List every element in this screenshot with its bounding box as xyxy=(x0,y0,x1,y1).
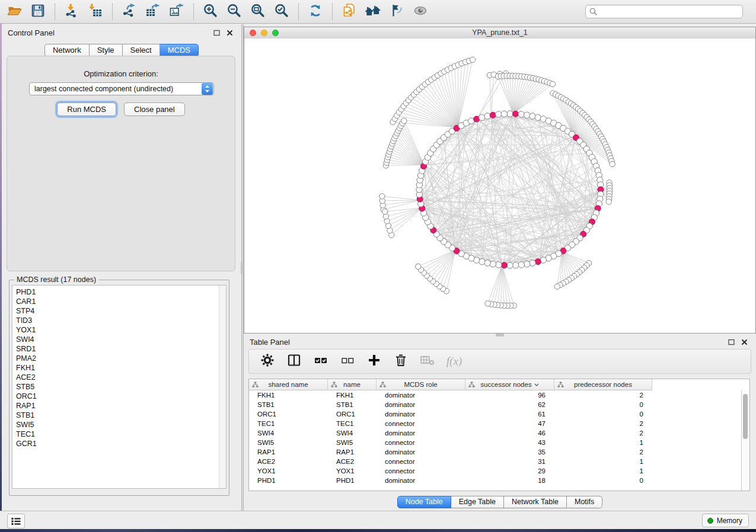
search-input[interactable] xyxy=(597,8,742,16)
tab-node-table[interactable]: Node Table xyxy=(397,496,451,508)
tab-network[interactable]: Network xyxy=(44,44,90,57)
search-field[interactable] xyxy=(585,5,743,18)
mcds-result-list[interactable]: PHD1CAR1STP4TID3YOX1SWI4SRD1PMA2FKH1ACE2… xyxy=(12,285,227,489)
graph-leaf-node[interactable] xyxy=(610,161,615,166)
mcds-result-item[interactable]: STB1 xyxy=(16,411,226,420)
import-table-button[interactable] xyxy=(85,2,106,21)
table-row[interactable]: STB1STB1dominator620 xyxy=(249,400,749,409)
graph-hub-node[interactable] xyxy=(535,259,541,265)
mcds-result-item[interactable]: TEC1 xyxy=(16,430,226,439)
graph-hub-node[interactable] xyxy=(490,112,496,118)
table-settings-button[interactable] xyxy=(260,354,275,369)
table-scrollbar-thumb[interactable] xyxy=(743,394,748,439)
float-panel-icon[interactable] xyxy=(213,29,220,36)
mcds-result-item[interactable]: CAR1 xyxy=(16,297,226,306)
graph-leaf-node[interactable] xyxy=(470,57,475,62)
horizontal-splitter-handle[interactable] xyxy=(496,334,504,336)
table-row[interactable]: YOX1YOX1connector291 xyxy=(249,466,749,476)
graph-ring-node[interactable] xyxy=(490,261,496,267)
zoom-window-light[interactable] xyxy=(272,30,279,36)
graph-leaf-node[interactable] xyxy=(379,194,385,199)
graph-ring-node[interactable] xyxy=(524,112,529,118)
float-table-panel-icon[interactable] xyxy=(728,338,735,345)
mcds-result-item[interactable]: GCR1 xyxy=(16,439,226,448)
mcds-list-scrollbar[interactable] xyxy=(219,286,226,488)
graph-leaf-node[interactable] xyxy=(416,264,421,269)
export-table-button[interactable] xyxy=(142,2,164,21)
criterion-select[interactable]: largest connected component (undirected) xyxy=(29,82,214,95)
column-header-successor-nodes[interactable]: successor nodes xyxy=(465,379,554,390)
tab-motifs[interactable]: Motifs xyxy=(567,496,602,508)
graph-hub-node[interactable] xyxy=(501,262,507,268)
table-row[interactable]: ORC1ORC1dominator610 xyxy=(249,409,749,419)
network-graph[interactable] xyxy=(244,39,755,333)
graph-ring-node[interactable] xyxy=(507,111,513,117)
graph-hub-node[interactable] xyxy=(513,111,519,117)
graph-leaf-node[interactable] xyxy=(485,301,490,306)
select-all-rows-button[interactable] xyxy=(313,354,328,369)
mcds-result-item[interactable]: STB5 xyxy=(16,382,226,392)
mcds-result-item[interactable]: SRD1 xyxy=(16,344,226,354)
graph-ring-node[interactable] xyxy=(507,262,513,268)
table-scrollbar[interactable] xyxy=(741,390,749,491)
export-image-button[interactable] xyxy=(166,2,187,21)
open-file-button[interactable] xyxy=(4,2,25,21)
close-window-light[interactable] xyxy=(250,30,256,36)
table-row[interactable]: TEC1TEC1connector472 xyxy=(249,419,749,428)
add-row-button[interactable] xyxy=(366,354,382,369)
mcds-result-item[interactable]: SWI4 xyxy=(16,335,226,344)
graph-leaf-node[interactable] xyxy=(554,284,560,289)
zoom-out-button[interactable] xyxy=(224,2,245,21)
graph-ring-node[interactable] xyxy=(512,262,518,268)
graph-ring-node[interactable] xyxy=(529,260,535,266)
delete-row-button[interactable] xyxy=(393,354,409,369)
zoom-selected-button[interactable] xyxy=(271,2,292,21)
node-table[interactable]: shared namenameMCDS rolesuccessor nodesp… xyxy=(248,379,750,491)
tab-select[interactable]: Select xyxy=(123,44,160,57)
mcds-result-item[interactable]: ACE2 xyxy=(16,373,226,382)
mcds-result-item[interactable]: PHD1 xyxy=(16,287,226,297)
tab-style[interactable]: Style xyxy=(90,44,123,57)
graph-leaf-node[interactable] xyxy=(606,199,611,204)
mcds-result-item[interactable]: TID3 xyxy=(16,316,226,325)
zoom-fit-button[interactable] xyxy=(247,2,269,21)
memory-button[interactable]: Memory xyxy=(702,514,749,527)
close-panel-button[interactable]: Close panel xyxy=(124,102,185,116)
mcds-result-item[interactable]: SWI5 xyxy=(16,420,226,430)
close-table-panel-icon[interactable] xyxy=(741,338,748,345)
graph-ring-node[interactable] xyxy=(529,113,535,119)
hide-graphics-details-button[interactable] xyxy=(386,2,407,21)
table-row[interactable]: RAP1RAP1dominator352 xyxy=(249,447,749,457)
import-network-button[interactable] xyxy=(61,2,82,21)
graph-ring-node[interactable] xyxy=(496,262,502,268)
tab-mcds[interactable]: MCDS xyxy=(160,44,199,57)
graph-leaf-node[interactable] xyxy=(550,81,555,86)
table-row[interactable]: SWI4SWI4dominator462 xyxy=(249,428,749,438)
column-header-mcds-role[interactable]: MCDS role xyxy=(377,379,465,390)
clone-network-button[interactable] xyxy=(339,2,360,21)
graph-ring-node[interactable] xyxy=(501,111,507,117)
minimize-window-light[interactable] xyxy=(261,30,267,36)
graph-ring-node[interactable] xyxy=(484,113,490,119)
graph-leaf-node[interactable] xyxy=(382,209,388,214)
table-row[interactable]: FKH1FKH1dominator962 xyxy=(249,390,749,400)
column-visibility-button[interactable] xyxy=(286,354,302,369)
graph-ring-node[interactable] xyxy=(518,262,524,268)
graph-ring-node[interactable] xyxy=(479,114,485,120)
graph-ring-node[interactable] xyxy=(496,111,502,117)
zoom-in-button[interactable] xyxy=(200,2,221,21)
tab-edge-table[interactable]: Edge Table xyxy=(451,496,504,508)
mcds-result-item[interactable]: YOX1 xyxy=(16,325,226,335)
mcds-result-item[interactable]: RAP1 xyxy=(16,401,226,411)
network-window-titlebar[interactable]: YPA_prune.txt_1 xyxy=(244,27,755,39)
table-row[interactable]: SWI5SWI5connector431 xyxy=(249,438,749,447)
table-row[interactable]: PHD1PHD1dominator180 xyxy=(249,476,749,485)
mcds-result-item[interactable]: STP4 xyxy=(16,306,226,316)
mcds-result-item[interactable]: PMA2 xyxy=(16,354,226,363)
export-network-button[interactable] xyxy=(119,2,140,21)
graph-ring-node[interactable] xyxy=(524,261,529,267)
show-graphics-details-button[interactable] xyxy=(410,2,431,21)
mcds-result-item[interactable]: ORC1 xyxy=(16,392,226,401)
graph-leaf-node[interactable] xyxy=(401,118,407,123)
network-overview-button[interactable] xyxy=(362,2,384,21)
